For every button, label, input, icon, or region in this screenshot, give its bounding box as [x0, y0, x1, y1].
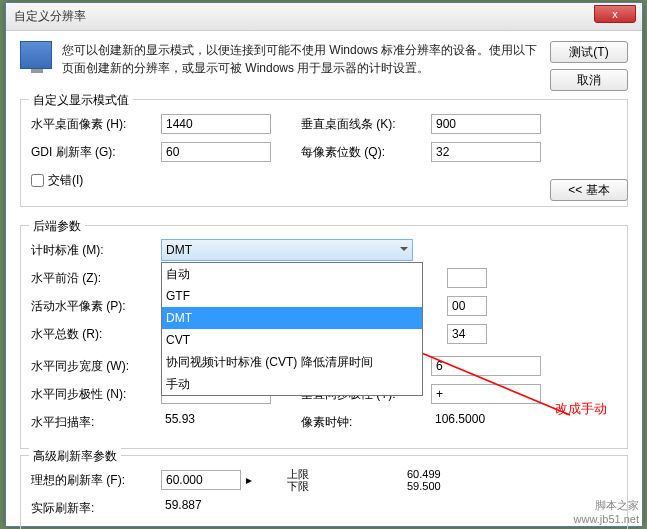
lower-label: 下限 — [287, 480, 347, 492]
close-button[interactable]: x — [594, 5, 636, 23]
timing-select[interactable]: DMT 自动 GTF DMT CVT 协同视频计时标准 (CVT) 降低清屏时间… — [161, 239, 413, 261]
hsw-label: 水平同步宽度 (W): — [31, 358, 161, 375]
group-title: 后端参数 — [29, 218, 85, 235]
gdi-label: GDI 刷新率 (G): — [31, 144, 161, 161]
ht-label: 水平总数 (R): — [31, 326, 161, 343]
actual-value: 59.887 — [161, 498, 271, 518]
pclk-value: 106.5000 — [431, 412, 541, 432]
upper-label: 上限 — [287, 468, 347, 480]
hpx-label: 水平桌面像素 (H): — [31, 116, 161, 133]
hpx-input[interactable] — [161, 114, 271, 134]
test-button[interactable]: 测试(T) — [550, 41, 628, 63]
bpp-label: 每像素位数 (Q): — [301, 144, 431, 161]
dropdown-option[interactable]: 自动 — [162, 263, 422, 285]
dropdown-option[interactable]: DMT — [162, 307, 422, 329]
ideal-label: 理想的刷新率 (F): — [31, 472, 161, 489]
extra-input[interactable] — [447, 296, 487, 316]
hscan-label: 水平扫描率: — [31, 414, 161, 431]
spinner-icon[interactable]: ▸ — [241, 473, 257, 487]
pclk-label: 像素时钟: — [301, 414, 431, 431]
timing-dropdown: 自动 GTF DMT CVT 协同视频计时标准 (CVT) 降低清屏时间 手动 — [161, 262, 423, 396]
interlace-checkbox[interactable] — [31, 174, 44, 187]
group-title: 自定义显示模式值 — [29, 92, 133, 109]
extra-input[interactable] — [447, 268, 487, 288]
bpp-input[interactable] — [431, 142, 541, 162]
dropdown-option[interactable]: 协同视频计时标准 (CVT) 降低清屏时间 — [162, 351, 422, 373]
vsw-input[interactable] — [431, 356, 541, 376]
upper-value: 60.499 — [407, 468, 441, 480]
extra-input[interactable] — [447, 324, 487, 344]
dialog-window: 自定义分辨率 x 您可以创建新的显示模式，以便连接到可能不使用 Windows … — [5, 2, 643, 527]
ahp-label: 活动水平像素 (P): — [31, 298, 161, 315]
interlace-label: 交错(I) — [48, 172, 83, 189]
vsp-input[interactable] — [431, 384, 541, 404]
ideal-input[interactable] — [161, 470, 241, 490]
description-text: 您可以创建新的显示模式，以便连接到可能不使用 Windows 标准分辨率的设备。… — [62, 41, 540, 91]
titlebar: 自定义分辨率 x — [6, 3, 642, 31]
hfp-label: 水平前沿 (Z): — [31, 270, 161, 287]
timing-label: 计时标准 (M): — [31, 242, 161, 259]
hsp-label: 水平同步极性 (N): — [31, 386, 161, 403]
basic-button[interactable]: << 基本 — [550, 179, 628, 201]
group-display-mode: 自定义显示模式值 水平桌面像素 (H): 垂直桌面线条 (K): GDI 刷新率… — [20, 99, 628, 207]
group-refresh: 高级刷新率参数 理想的刷新率 (F): ▸ 上限 下限 60.499 59.50… — [20, 455, 628, 529]
chevron-down-icon — [400, 247, 408, 255]
actual-label: 实际刷新率: — [31, 500, 161, 517]
dropdown-option[interactable]: GTF — [162, 285, 422, 307]
gdi-input[interactable] — [161, 142, 271, 162]
annotation-text: 改成手动 — [555, 400, 607, 418]
monitor-icon — [20, 41, 52, 69]
timing-value: DMT — [166, 243, 192, 257]
window-title: 自定义分辨率 — [14, 8, 86, 25]
group-backend: 后端参数 计时标准 (M): DMT 自动 GTF DMT CVT 协同视频计时… — [20, 225, 628, 449]
vlines-input[interactable] — [431, 114, 541, 134]
cancel-button[interactable]: 取消 — [550, 69, 628, 91]
hscan-value: 55.93 — [161, 412, 271, 432]
dropdown-option[interactable]: CVT — [162, 329, 422, 351]
vlines-label: 垂直桌面线条 (K): — [301, 116, 431, 133]
lower-value: 59.500 — [407, 480, 441, 492]
watermark: 脚本之家 www.jb51.net — [574, 498, 639, 525]
dropdown-option[interactable]: 手动 — [162, 373, 422, 395]
group-title: 高级刷新率参数 — [29, 448, 121, 465]
